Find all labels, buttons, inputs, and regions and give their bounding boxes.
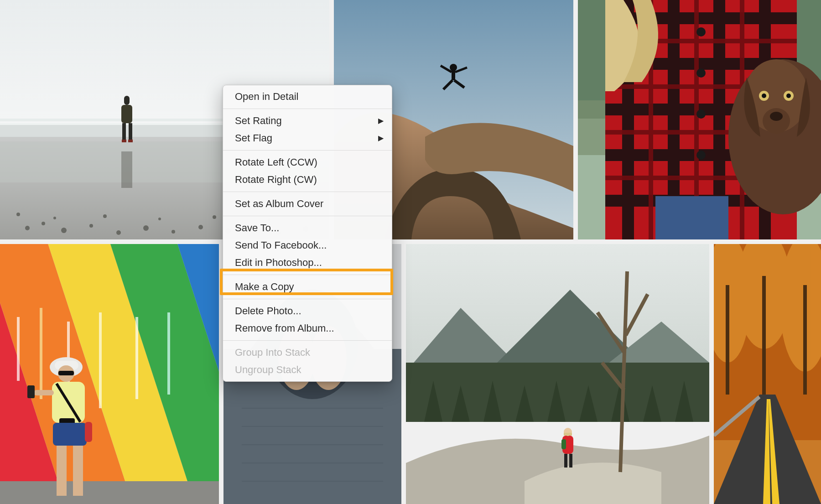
menu-separator: [223, 109, 392, 109]
svg-point-27: [103, 214, 107, 218]
svg-rect-93: [53, 423, 87, 446]
svg-rect-124: [564, 433, 572, 436]
svg-point-59: [696, 68, 706, 78]
svg-point-70: [770, 112, 783, 121]
svg-point-15: [61, 228, 67, 233]
svg-point-14: [42, 222, 45, 225]
menu-send-to-facebook[interactable]: Send To Facebook...: [223, 237, 392, 254]
svg-rect-94: [57, 446, 67, 496]
svg-point-29: [213, 215, 216, 219]
menu-separator: [223, 192, 392, 192]
menu-item-label: Rotate Left (CCW): [235, 156, 317, 168]
svg-point-32: [450, 64, 457, 71]
svg-rect-9: [129, 123, 132, 140]
photo-grid: [0, 0, 821, 504]
photo-thumbnail[interactable]: [0, 244, 219, 504]
menu-item-label: Set as Album Cover: [235, 198, 323, 210]
svg-point-60: [696, 109, 706, 119]
menu-separator: [223, 216, 392, 216]
svg-point-61: [696, 151, 706, 160]
svg-point-66: [762, 94, 766, 98]
svg-point-68: [786, 94, 791, 98]
svg-rect-87: [58, 371, 74, 375]
svg-rect-33: [452, 70, 455, 80]
svg-rect-92: [27, 385, 35, 398]
svg-rect-126: [564, 454, 567, 468]
menu-separator: [223, 299, 392, 299]
svg-rect-7: [121, 105, 132, 123]
menu-open-in-detail[interactable]: Open in Detail: [223, 88, 392, 105]
photo-thumbnail[interactable]: [578, 0, 821, 239]
menu-separator: [223, 340, 392, 341]
svg-rect-11: [128, 140, 133, 142]
menu-item-label: Send To Facebook...: [235, 239, 327, 251]
svg-rect-91: [34, 390, 54, 395]
menu-group-into-stack: Group Into Stack: [223, 344, 392, 361]
menu-set-flag[interactable]: Set Flag ▶: [223, 130, 392, 147]
menu-rotate-right[interactable]: Rotate Right (CW): [223, 171, 392, 188]
svg-rect-83: [0, 481, 219, 504]
svg-rect-96: [85, 422, 92, 442]
menu-item-label: Make a Copy: [235, 281, 294, 293]
menu-item-label: Delete Photo...: [235, 305, 301, 317]
svg-point-26: [53, 217, 56, 219]
menu-item-label: Save To...: [235, 222, 279, 234]
menu-item-label: Ungroup Stack: [235, 364, 301, 376]
menu-rotate-left[interactable]: Rotate Left (CCW): [223, 154, 392, 171]
menu-delete-photo[interactable]: Delete Photo...: [223, 302, 392, 320]
menu-ungroup-stack: Ungroup Stack: [223, 361, 392, 379]
photo-thumbnail[interactable]: [714, 244, 821, 504]
submenu-arrow-icon: ▶: [378, 135, 384, 142]
menu-separator: [223, 275, 392, 275]
svg-rect-95: [73, 446, 83, 496]
menu-item-label: Remove from Album...: [235, 322, 334, 334]
svg-rect-127: [569, 454, 572, 468]
menu-separator: [223, 150, 392, 151]
menu-save-to[interactable]: Save To...: [223, 219, 392, 237]
photo-thumbnail[interactable]: [406, 244, 709, 504]
svg-point-13: [25, 226, 30, 230]
svg-rect-8: [122, 123, 126, 140]
svg-point-25: [16, 213, 20, 216]
svg-point-18: [143, 225, 149, 231]
menu-item-label: Group Into Stack: [235, 347, 310, 359]
menu-make-a-copy[interactable]: Make a Copy: [223, 278, 392, 296]
svg-rect-125: [561, 439, 566, 449]
menu-item-label: Set Rating: [235, 115, 282, 127]
svg-point-16: [89, 224, 93, 228]
svg-rect-6: [124, 96, 130, 105]
menu-item-label: Open in Detail: [235, 91, 298, 103]
context-menu: Open in Detail Set Rating ▶ Set Flag ▶ R…: [223, 85, 392, 382]
svg-rect-62: [655, 196, 728, 239]
menu-edit-in-photoshop[interactable]: Edit in Photoshop...: [223, 254, 392, 271]
svg-point-20: [198, 225, 203, 229]
svg-point-28: [158, 218, 161, 220]
menu-set-album-cover[interactable]: Set as Album Cover: [223, 195, 392, 213]
menu-item-label: Edit in Photoshop...: [235, 257, 322, 269]
svg-point-17: [116, 230, 121, 235]
menu-item-label: Set Flag: [235, 132, 272, 144]
svg-point-19: [171, 230, 175, 234]
submenu-arrow-icon: ▶: [378, 117, 384, 125]
svg-rect-12: [121, 151, 132, 188]
menu-item-label: Rotate Right (CW): [235, 174, 317, 186]
svg-rect-10: [122, 140, 126, 142]
menu-set-rating[interactable]: Set Rating ▶: [223, 112, 392, 130]
svg-point-58: [696, 27, 706, 36]
menu-remove-from-album[interactable]: Remove from Album...: [223, 320, 392, 337]
